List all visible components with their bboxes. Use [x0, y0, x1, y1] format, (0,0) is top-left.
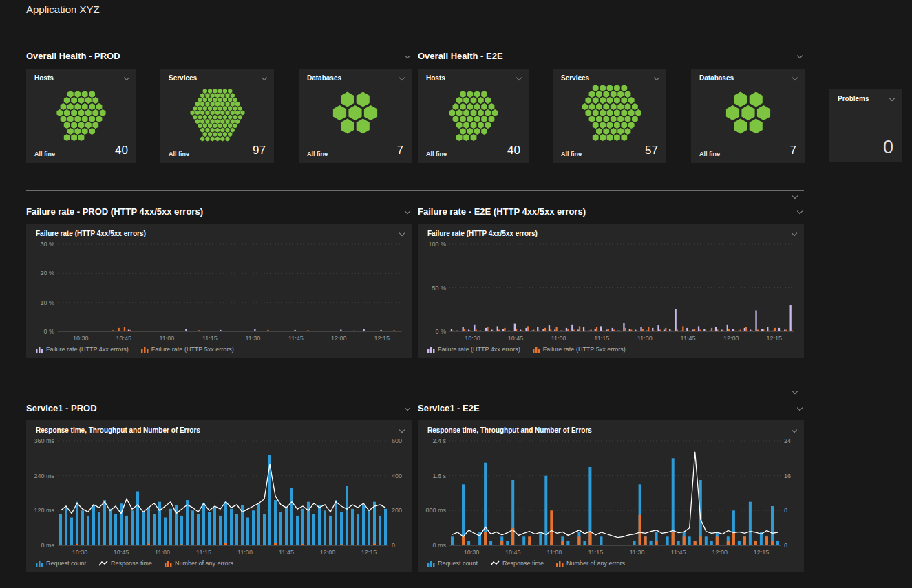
legend-item-errors[interactable]: Number of any errors [165, 560, 233, 567]
tile-count: 7 [397, 144, 403, 157]
section-divider [26, 190, 804, 191]
chevron-down-icon[interactable] [653, 74, 661, 82]
chevron-down-icon[interactable] [796, 52, 804, 60]
section-header-service1-prod: Service1 - PROD [26, 402, 412, 414]
svg-text:11:45: 11:45 [288, 335, 304, 342]
chevron-down-icon[interactable] [792, 74, 799, 82]
svg-text:12:15: 12:15 [361, 549, 377, 556]
service1-chart-prod[interactable]: 360 ms240 ms120 ms0 ms600400200010:3010:… [26, 435, 412, 558]
chevron-down-icon[interactable] [792, 193, 799, 200]
health-tile-hosts-prod[interactable]: Hosts All fine40 [26, 69, 136, 163]
failure-rate-chart-e2e[interactable]: 100 %50 %0 %10:3010:4511:0011:1511:3011:… [418, 239, 804, 344]
chevron-down-icon[interactable] [796, 404, 804, 412]
chevron-down-icon[interactable] [399, 74, 406, 82]
honeycomb-databases-prod[interactable] [299, 82, 412, 144]
health-tile-databases-e2e[interactable]: Databases All fine7 [691, 69, 805, 163]
series-http4xx_purple [451, 305, 792, 331]
page-title: Application XYZ [26, 3, 100, 15]
honeycomb-hosts-e2e[interactable] [418, 82, 529, 144]
chart-canvas: 360 ms240 ms120 ms0 ms600400200010:3010:… [26, 435, 412, 558]
svg-text:8: 8 [784, 507, 787, 514]
legend-label: Failure rate (HTTP 5xx errors) [151, 346, 234, 353]
chart-canvas: 100 %50 %0 %10:3010:4511:0011:1511:3011:… [418, 239, 804, 344]
svg-text:11:00: 11:00 [159, 335, 174, 342]
chevron-down-icon[interactable] [791, 426, 798, 434]
svg-text:10:30: 10:30 [72, 549, 88, 556]
svg-text:20 %: 20 % [40, 270, 54, 276]
svg-text:0 ms: 0 ms [432, 542, 446, 549]
service1-chart-e2e[interactable]: 2.4 s1.6 s800 ms0 ms24168010:3010:4511:0… [418, 435, 804, 558]
chevron-down-icon[interactable] [792, 388, 799, 395]
chevron-down-icon[interactable] [516, 74, 523, 82]
chevron-down-icon[interactable] [796, 208, 804, 215]
health-tile-databases-prod[interactable]: Databases All fine7 [299, 69, 412, 163]
bar-series-icon [165, 560, 172, 567]
chart-tile-service1-prod: Response time, Throughput and Number of … [26, 420, 412, 572]
section-title-text: Service1 - E2E [418, 403, 480, 413]
svg-text:12:00: 12:00 [331, 335, 347, 342]
svg-text:0: 0 [392, 542, 395, 549]
honeycomb-databases-e2e[interactable] [691, 82, 805, 144]
svg-text:12:00: 12:00 [320, 549, 336, 556]
tile-title: Hosts [426, 74, 445, 82]
svg-text:10:30: 10:30 [464, 549, 480, 556]
series-request_blue [451, 458, 779, 545]
svg-text:360 ms: 360 ms [34, 437, 54, 444]
svg-text:10:45: 10:45 [114, 549, 129, 556]
svg-text:12:15: 12:15 [374, 335, 390, 342]
chevron-down-icon[interactable] [404, 208, 412, 215]
tile-status: All fine [34, 151, 55, 157]
chevron-down-icon[interactable] [404, 404, 412, 412]
legend-item-4xx[interactable]: Failure rate (HTTP 4xx errors) [36, 346, 129, 353]
health-tile-services-e2e[interactable]: Services All fine57 [553, 69, 666, 163]
chart-legend: Request count Response time Number of an… [418, 558, 804, 572]
section-header-health-prod: Overall Health - PROD [26, 50, 412, 62]
svg-text:10:45: 10:45 [116, 335, 132, 342]
chevron-down-icon[interactable] [791, 230, 798, 237]
svg-text:11:00: 11:00 [551, 335, 566, 342]
legend-item-4xx[interactable]: Failure rate (HTTP 4xx errors) [427, 346, 520, 353]
svg-text:50 %: 50 % [432, 285, 446, 292]
chart-title: Failure rate (HTTP 4xx/5xx errors) [427, 230, 538, 237]
chevron-down-icon[interactable] [123, 74, 131, 82]
tile-status: All fine [426, 151, 447, 157]
honeycomb-hosts-prod[interactable] [26, 82, 136, 144]
svg-text:11:00: 11:00 [155, 549, 170, 556]
chevron-down-icon[interactable] [261, 74, 268, 82]
svg-text:30 %: 30 % [40, 241, 54, 248]
chevron-down-icon[interactable] [399, 230, 406, 237]
section-title-text: Failure rate - PROD (HTTP 4xx/5xx errors… [26, 206, 203, 217]
legend-item-5xx[interactable]: Failure rate (HTTP 5xx errors) [141, 346, 234, 353]
svg-text:11:45: 11:45 [279, 549, 294, 556]
legend-item-response-time[interactable]: Response time [98, 560, 152, 567]
svg-text:200: 200 [392, 507, 402, 514]
svg-text:10:30: 10:30 [73, 335, 89, 342]
legend-label: Response time [502, 560, 544, 567]
legend-item-errors[interactable]: Number of any errors [556, 560, 625, 567]
legend-item-5xx[interactable]: Failure rate (HTTP 5xx errors) [533, 346, 626, 353]
legend-item-response-time[interactable]: Response time [490, 560, 544, 567]
svg-text:10 %: 10 % [40, 299, 54, 306]
chart-title: Response time, Throughput and Number of … [427, 426, 592, 434]
problems-tile[interactable]: Problems 0 [829, 89, 902, 162]
svg-text:11:30: 11:30 [630, 549, 645, 556]
honeycomb-services-e2e[interactable] [553, 82, 666, 144]
tile-status: All fine [699, 151, 720, 157]
failure-rate-chart-prod[interactable]: 30 %20 %10 %0 %10:3010:4511:0011:1511:30… [26, 239, 412, 344]
svg-text:11:15: 11:15 [196, 549, 211, 556]
legend-item-request-count[interactable]: Request count [36, 560, 86, 567]
tile-title: Databases [307, 74, 341, 82]
legend-label: Failure rate (HTTP 5xx errors) [543, 346, 626, 353]
bar-series-icon [533, 346, 540, 353]
series-http4xx_purple [128, 329, 382, 331]
svg-text:100 %: 100 % [428, 241, 446, 248]
dashboard: Application XYZ Overall Health - PROD Ov… [0, 0, 912, 588]
health-tile-hosts-e2e[interactable]: Hosts All fine40 [418, 69, 529, 163]
chevron-down-icon[interactable] [399, 426, 406, 434]
legend-item-request-count[interactable]: Request count [427, 560, 478, 567]
chevron-down-icon[interactable] [889, 95, 896, 102]
chevron-down-icon[interactable] [404, 52, 412, 60]
tile-title: Databases [699, 74, 734, 82]
honeycomb-services-prod[interactable] [160, 82, 274, 144]
health-tile-services-prod[interactable]: Services All fine97 [160, 69, 274, 163]
